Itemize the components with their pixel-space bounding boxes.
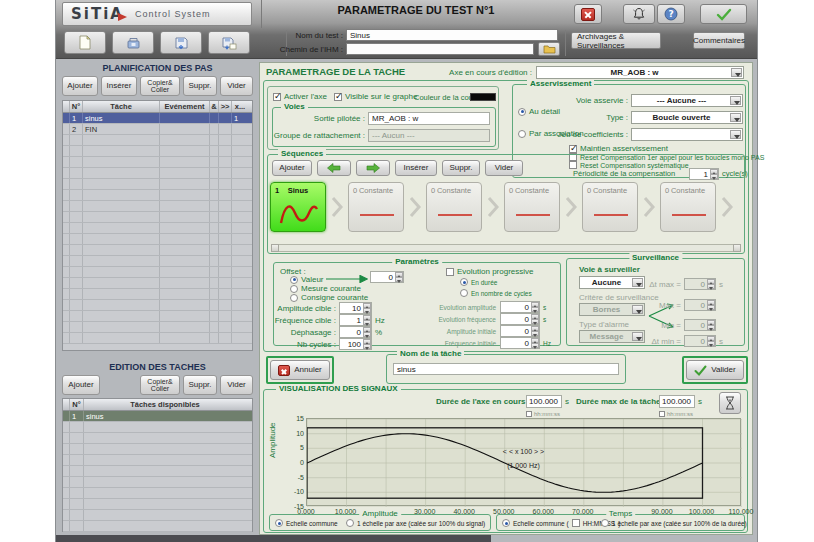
edition-vider-button[interactable]: Vider bbox=[220, 375, 253, 395]
seq-move-right-button[interactable] bbox=[356, 160, 390, 176]
dephasage-spinner[interactable]: 0 bbox=[339, 326, 372, 338]
frequence-cible-spinner[interactable]: 1 bbox=[339, 314, 372, 326]
table-row[interactable] bbox=[63, 256, 252, 267]
sequence-card-constante[interactable]: 0 Constante bbox=[426, 182, 482, 232]
table-row[interactable] bbox=[63, 234, 252, 245]
table-row[interactable] bbox=[63, 322, 252, 333]
chemin-ihm-input[interactable] bbox=[346, 43, 534, 55]
table-row[interactable] bbox=[63, 499, 252, 510]
seq-suppr-button[interactable]: Suppr. bbox=[442, 160, 480, 176]
jeu-coefficients-dropdown[interactable] bbox=[631, 128, 743, 141]
hhmmss-checkbox[interactable] bbox=[526, 411, 532, 417]
type-alarme-dropdown[interactable]: Message bbox=[579, 330, 645, 343]
table-row[interactable] bbox=[63, 157, 252, 168]
col-header-evenement[interactable]: Evénement bbox=[160, 101, 210, 112]
evolution-progressive-checkbox[interactable] bbox=[446, 268, 454, 276]
en-duree-radio[interactable] bbox=[460, 278, 468, 286]
table-row[interactable] bbox=[63, 179, 252, 190]
table-row[interactable] bbox=[63, 300, 252, 311]
table-row[interactable] bbox=[63, 212, 252, 223]
planif-suppr-button[interactable]: Suppr. bbox=[183, 76, 217, 96]
table-row[interactable] bbox=[63, 466, 252, 477]
save-button[interactable] bbox=[160, 31, 202, 54]
chevron-down-icon[interactable] bbox=[632, 278, 643, 287]
offset-spinner[interactable]: 0 bbox=[370, 271, 404, 283]
chevron-down-icon[interactable] bbox=[730, 96, 741, 105]
table-row[interactable] bbox=[63, 168, 252, 179]
close-test-button[interactable] bbox=[574, 4, 602, 24]
table-row[interactable] bbox=[63, 190, 252, 201]
max-spinner[interactable]: 0 bbox=[684, 299, 716, 311]
hhmmss-checkbox[interactable] bbox=[659, 411, 665, 417]
table-row[interactable] bbox=[63, 135, 252, 146]
table-row[interactable] bbox=[63, 477, 252, 488]
alarms-button[interactable] bbox=[623, 4, 655, 24]
spin-down-icon[interactable] bbox=[395, 277, 403, 282]
table-row[interactable] bbox=[63, 278, 252, 289]
help-button[interactable]: ? bbox=[657, 4, 685, 24]
axe-dropdown[interactable]: MR_AOB : w bbox=[536, 66, 744, 79]
temps-hhmmss-checkbox[interactable] bbox=[572, 519, 580, 527]
table-row[interactable] bbox=[63, 488, 252, 499]
critere-dropdown[interactable]: Bornes bbox=[579, 303, 645, 316]
nom-tache-input[interactable] bbox=[393, 363, 619, 375]
table-row[interactable] bbox=[63, 444, 252, 455]
table-row[interactable]: 1 sinus 1 bbox=[63, 113, 252, 124]
table-row[interactable] bbox=[63, 521, 252, 532]
table-row[interactable] bbox=[63, 311, 252, 322]
min-spinner[interactable]: 0 bbox=[684, 319, 716, 331]
sequence-scrollbar[interactable] bbox=[271, 244, 741, 252]
evolution-amplitude-spinner[interactable]: 0 bbox=[500, 301, 540, 313]
en-nombre-cycles-radio[interactable] bbox=[460, 289, 468, 297]
planif-ajouter-button[interactable]: Ajouter bbox=[62, 76, 98, 96]
nb-cycles-spinner[interactable]: 100 bbox=[339, 338, 372, 350]
annuler-button[interactable]: Annuler bbox=[270, 360, 330, 380]
amp-echelle-commune-radio[interactable] bbox=[275, 519, 283, 527]
amplitude-initiale-spinner[interactable]: 0 bbox=[500, 325, 540, 337]
activer-axe-checkbox[interactable] bbox=[273, 93, 281, 101]
chevron-down-icon[interactable] bbox=[632, 305, 643, 314]
refresh-plot-button[interactable] bbox=[719, 392, 741, 414]
table-row[interactable] bbox=[63, 455, 252, 466]
temps-echelle-commune-radio[interactable] bbox=[502, 519, 510, 527]
planif-inserer-button[interactable]: Insérer bbox=[101, 76, 137, 96]
maintien-checkbox[interactable] bbox=[569, 145, 577, 153]
edition-suppr-button[interactable]: Suppr. bbox=[183, 375, 217, 395]
amp-echelle-par-axe-radio[interactable] bbox=[346, 519, 354, 527]
new-test-button[interactable] bbox=[64, 31, 106, 54]
col-header-n[interactable]: N° bbox=[70, 101, 83, 112]
table-row[interactable] bbox=[63, 333, 252, 344]
table-row[interactable] bbox=[63, 422, 252, 433]
sequence-card-sinus[interactable]: 1 Sinus bbox=[270, 182, 326, 232]
open-button[interactable] bbox=[112, 31, 154, 54]
validate-test-button[interactable] bbox=[700, 4, 747, 24]
table-row[interactable] bbox=[63, 201, 252, 212]
curve-color-swatch[interactable] bbox=[470, 93, 496, 101]
amplitude-cible-spinner[interactable]: 10 bbox=[339, 302, 372, 314]
sortie-pilotee-field[interactable]: MR_AOB : w bbox=[368, 112, 490, 125]
chevron-down-icon[interactable] bbox=[632, 332, 643, 341]
table-row[interactable] bbox=[63, 267, 252, 278]
offset-valeur-radio[interactable] bbox=[290, 276, 298, 284]
table-row[interactable] bbox=[63, 289, 252, 300]
table-row[interactable] bbox=[63, 433, 252, 444]
dt-min-spinner[interactable]: 0 bbox=[684, 335, 716, 347]
save-as-button[interactable] bbox=[208, 31, 250, 54]
col-header-next[interactable]: >> bbox=[219, 101, 232, 112]
table-row[interactable]: 1 sinus bbox=[63, 411, 252, 422]
frequence-initiale-spinner[interactable]: 0 bbox=[500, 337, 540, 349]
table-row[interactable] bbox=[63, 245, 252, 256]
seq-ajouter-button[interactable]: Ajouter bbox=[272, 160, 312, 176]
sequence-card-constante[interactable]: 0 Constante bbox=[660, 182, 716, 232]
sequence-card-constante[interactable]: 0 Constante bbox=[348, 182, 404, 232]
seq-move-left-button[interactable] bbox=[317, 160, 351, 176]
type-dropdown[interactable]: Boucle ouverte bbox=[631, 111, 743, 124]
col-header-taches-disponibles[interactable]: Tâches disponibles bbox=[84, 399, 246, 410]
seq-vider-button[interactable]: Vider bbox=[485, 160, 523, 176]
table-row[interactable] bbox=[63, 146, 252, 157]
offset-mesure-radio[interactable] bbox=[290, 285, 298, 293]
duree-axe-field[interactable]: 100.000 bbox=[526, 395, 562, 408]
edition-copier-coller-button[interactable]: Copier& Coller bbox=[140, 375, 180, 395]
au-detail-radio[interactable] bbox=[518, 108, 526, 116]
sequence-card-constante[interactable]: 0 Constante bbox=[504, 182, 560, 232]
